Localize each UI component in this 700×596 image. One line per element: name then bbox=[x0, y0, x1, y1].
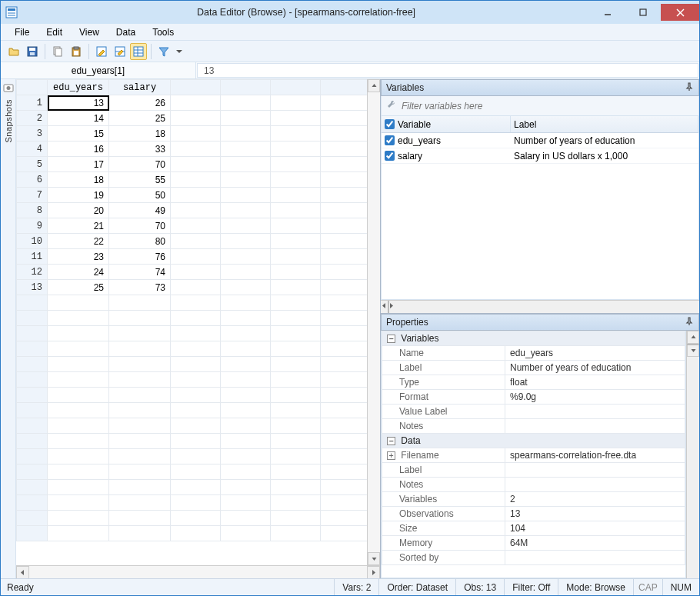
data-cell-empty[interactable] bbox=[171, 95, 221, 111]
snapshots-tab[interactable]: Snapshots bbox=[1, 79, 16, 578]
minimize-button[interactable] bbox=[590, 4, 625, 21]
data-cell-empty[interactable] bbox=[221, 464, 271, 480]
data-cell-empty[interactable] bbox=[271, 95, 321, 111]
grid-vertical-scrollbar[interactable] bbox=[367, 79, 380, 565]
data-cell-empty[interactable] bbox=[321, 480, 368, 495]
data-cell-empty[interactable] bbox=[171, 357, 221, 372]
variable-row-salary[interactable]: salarySalary in US dollars x 1,000 bbox=[382, 148, 698, 164]
data-cell-empty[interactable] bbox=[321, 495, 368, 511]
data-cell-empty[interactable] bbox=[171, 126, 221, 142]
data-cell-empty[interactable] bbox=[221, 341, 271, 357]
column-header-edu_years[interactable]: edu_years bbox=[48, 80, 109, 95]
data-cell-empty[interactable] bbox=[271, 449, 321, 464]
data-cell-empty[interactable] bbox=[109, 372, 171, 388]
variable-checkbox[interactable] bbox=[385, 151, 395, 161]
copy-icon[interactable] bbox=[49, 43, 66, 60]
properties-section[interactable]: − Variables bbox=[382, 331, 685, 346]
data-cell-empty[interactable] bbox=[48, 372, 109, 388]
data-cell-empty[interactable] bbox=[221, 418, 271, 434]
data-cell-empty[interactable] bbox=[321, 234, 368, 249]
data-cell-empty[interactable] bbox=[171, 495, 221, 511]
data-cell-empty[interactable] bbox=[321, 142, 368, 157]
data-cell-empty[interactable] bbox=[321, 341, 368, 357]
scroll-down-icon[interactable] bbox=[687, 344, 699, 357]
data-cell-empty[interactable] bbox=[48, 480, 109, 495]
pin-icon[interactable] bbox=[685, 82, 694, 94]
data-cell-empty[interactable] bbox=[271, 126, 321, 142]
data-cell-empty[interactable] bbox=[321, 126, 368, 142]
data-cell-empty[interactable] bbox=[271, 265, 321, 280]
data-cell-empty[interactable] bbox=[171, 372, 221, 388]
pin-icon[interactable] bbox=[685, 317, 694, 328]
data-cell-empty[interactable] bbox=[109, 418, 171, 434]
data-cell-empty[interactable] bbox=[271, 480, 321, 495]
data-cell-empty[interactable] bbox=[109, 311, 171, 326]
menu-data[interactable]: Data bbox=[108, 25, 143, 39]
data-cell-empty[interactable] bbox=[271, 203, 321, 218]
data-cell[interactable]: 55 bbox=[109, 172, 171, 188]
data-cell-empty[interactable] bbox=[271, 403, 321, 418]
data-cell-empty[interactable] bbox=[271, 234, 321, 249]
data-cell[interactable]: 18 bbox=[48, 172, 109, 188]
variables-head-variable[interactable]: Variable bbox=[382, 116, 511, 132]
data-cell[interactable]: 70 bbox=[109, 218, 171, 234]
property-row[interactable]: Label bbox=[382, 463, 685, 478]
data-cell-empty[interactable] bbox=[321, 249, 368, 265]
data-cell-empty[interactable] bbox=[271, 434, 321, 449]
data-cell-empty[interactable] bbox=[109, 388, 171, 403]
data-cell[interactable]: 25 bbox=[109, 111, 171, 126]
data-cell-empty[interactable] bbox=[221, 249, 271, 265]
row-number[interactable]: 2 bbox=[17, 111, 48, 126]
variable-checkbox[interactable] bbox=[385, 135, 395, 145]
open-icon[interactable] bbox=[5, 43, 22, 60]
data-cell-empty[interactable] bbox=[221, 142, 271, 157]
data-cell-empty[interactable] bbox=[171, 311, 221, 326]
data-cell-empty[interactable] bbox=[109, 526, 171, 541]
wrench-icon[interactable] bbox=[386, 99, 397, 112]
data-cell[interactable]: 15 bbox=[48, 126, 109, 142]
data-cell-empty[interactable] bbox=[271, 495, 321, 511]
data-cell-empty[interactable] bbox=[171, 111, 221, 126]
data-cell-empty[interactable] bbox=[48, 526, 109, 541]
row-number[interactable]: 10 bbox=[17, 234, 48, 249]
variables-horizontal-scrollbar[interactable] bbox=[381, 300, 699, 313]
data-cell-empty[interactable] bbox=[221, 95, 271, 111]
data-cell-empty[interactable] bbox=[321, 372, 368, 388]
data-cell-empty[interactable] bbox=[271, 357, 321, 372]
data-cell-empty[interactable] bbox=[171, 418, 221, 434]
data-cell-empty[interactable] bbox=[171, 295, 221, 311]
data-cell-empty[interactable] bbox=[171, 142, 221, 157]
data-cell-empty[interactable] bbox=[221, 126, 271, 142]
data-cell-empty[interactable] bbox=[171, 480, 221, 495]
select-all-checkbox[interactable] bbox=[385, 119, 395, 129]
data-cell-empty[interactable] bbox=[221, 311, 271, 326]
data-cell-empty[interactable] bbox=[221, 372, 271, 388]
data-cell-empty[interactable] bbox=[221, 480, 271, 495]
data-cell[interactable]: 49 bbox=[109, 203, 171, 218]
property-row[interactable]: Format%9.0g bbox=[382, 390, 685, 405]
row-number[interactable]: 6 bbox=[17, 172, 48, 188]
data-cell[interactable]: 21 bbox=[48, 218, 109, 234]
data-cell-empty[interactable] bbox=[221, 111, 271, 126]
data-cell-empty[interactable] bbox=[221, 388, 271, 403]
data-cell-empty[interactable] bbox=[109, 434, 171, 449]
scroll-down-icon[interactable] bbox=[368, 552, 380, 565]
data-cell[interactable]: 19 bbox=[48, 188, 109, 203]
property-row[interactable]: Sorted by bbox=[382, 551, 685, 565]
data-cell-empty[interactable] bbox=[171, 218, 221, 234]
data-cell[interactable]: 74 bbox=[109, 265, 171, 280]
row-number[interactable]: 1 bbox=[17, 95, 48, 111]
data-cell-empty[interactable] bbox=[221, 326, 271, 341]
data-cell-empty[interactable] bbox=[321, 95, 368, 111]
row-number[interactable]: 9 bbox=[17, 218, 48, 234]
data-cell-empty[interactable] bbox=[271, 464, 321, 480]
data-cell-empty[interactable] bbox=[48, 388, 109, 403]
data-cell[interactable]: 25 bbox=[48, 280, 109, 295]
data-cell-empty[interactable] bbox=[48, 311, 109, 326]
data-cell-empty[interactable] bbox=[109, 357, 171, 372]
data-cell-empty[interactable] bbox=[321, 157, 368, 172]
data-cell[interactable]: 80 bbox=[109, 234, 171, 249]
data-cell-empty[interactable] bbox=[271, 418, 321, 434]
edit-cell-icon[interactable] bbox=[112, 43, 128, 60]
data-cell-empty[interactable] bbox=[48, 326, 109, 341]
